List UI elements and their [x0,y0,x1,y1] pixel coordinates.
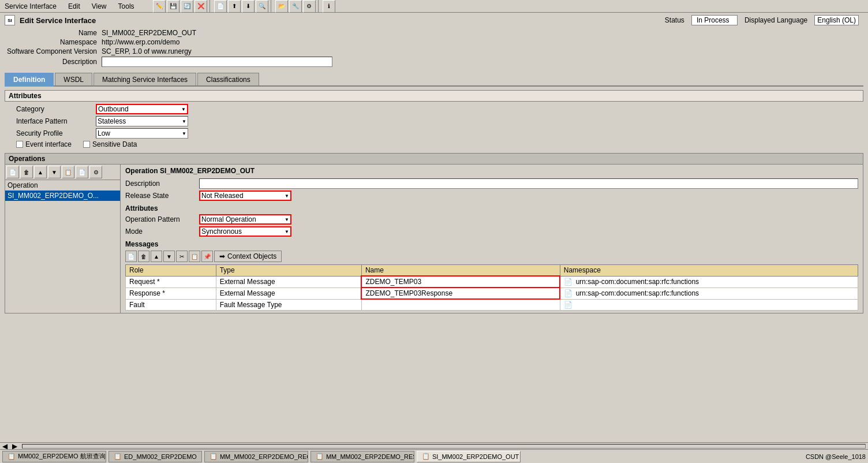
toolbar-btn-3[interactable]: 🔄 [181,0,193,13]
msg-ns-icon-1: 📄 [564,289,573,297]
op-tree-toolbar: 📄 🗑 ▲ ▼ 📋 📄 ⚙ [5,165,120,180]
menu-service-interface[interactable]: Service Interface [2,1,59,12]
op-tree-item-0[interactable]: SI_MM002_ERP2DEMO_O... [5,191,120,201]
op-new-btn[interactable]: 📄 [6,166,19,178]
msg-delete-btn[interactable]: 🗑 [138,251,149,262]
op-pattern-row: Operation Pattern Normal Operation ▼ [125,214,858,225]
msg-ns-icon-2: 📄 [564,301,573,309]
toolbar-btn-5[interactable]: 📄 [214,0,227,13]
msg-role-2: Fault [126,299,216,310]
tab-definition[interactable]: Definition [5,73,54,87]
toolbar-btn-2[interactable]: 💾 [167,0,179,13]
name-value: SI_MM002_ERP2DEMO_OUT [102,29,196,37]
context-btn-label: Context Objects [227,252,276,260]
msg-copy-btn[interactable]: 📋 [189,251,200,262]
category-select-arrow: ▼ [181,107,186,112]
sap-icon: SI [5,15,15,25]
menu-view[interactable]: View [89,1,109,12]
menu-tools[interactable]: Tools [116,1,137,12]
msg-ns-icon-0: 📄 [564,278,573,286]
menu-edit[interactable]: Edit [66,1,83,12]
form-header-row: SI Edit Service Interface Status In Proc… [0,13,868,28]
op-description-input[interactable] [199,178,858,189]
msg-type-1: External Message [216,287,361,299]
op-mode-select[interactable]: Synchronous ▼ [199,226,291,237]
msg-paste-btn[interactable]: 📌 [201,251,213,262]
category-select[interactable]: Outbound ▼ [96,104,188,114]
toolbar-btn-12[interactable]: ℹ [323,0,335,13]
header-right: Status In Process Displayed Language Eng… [665,15,859,25]
messages-title: Messages [125,240,158,248]
sensitive-data-checkbox[interactable] [83,141,90,148]
op-copy-btn[interactable]: 📋 [62,166,74,178]
op-pattern-select[interactable]: Normal Operation ▼ [199,214,291,225]
context-objects-btn[interactable]: ➡ Context Objects [214,251,282,262]
operations-section: Operations 📄 🗑 ▲ ▼ 📋 📄 ⚙ Operation SI_MM… [5,153,863,313]
toolbar: ✏️ 💾 🔄 ❌ 📄 ⬆ ⬇ 🔍 📂 🔧 ⚙ ℹ [153,0,335,13]
sensitive-data-item: Sensitive Data [83,140,137,148]
attributes-section: Attributes Category Outbound ▼ Interface… [5,90,863,148]
security-profile-select[interactable]: Low ▼ [96,128,188,139]
toolbar-btn-11[interactable]: ⚙ [303,0,316,13]
op-local-copy-btn[interactable]: 📄 [76,166,88,178]
tab-classifications[interactable]: Classifications [197,73,259,85]
op-release-state-select[interactable]: Not Released ▼ [199,191,291,201]
interface-pattern-select[interactable]: Stateless ▼ [96,116,188,126]
description-row: Description [5,57,863,67]
op-pattern-arrow: ▼ [285,217,289,222]
toolbar-btn-7[interactable]: ⬇ [242,0,255,13]
description-label: Description [5,58,97,66]
swc-value: SC_ERP, 1.0 of www.runergy [102,47,192,55]
msg-new-btn[interactable]: 📄 [125,251,137,262]
msg-role-0: Request * [126,276,216,287]
op-release-state-select-container: Not Released ▼ [199,191,291,201]
op-config-btn[interactable]: ⚙ [89,166,102,178]
event-interface-checkbox[interactable] [16,141,23,148]
toolbar-btn-10[interactable]: 🔧 [289,0,302,13]
category-label: Category [16,105,91,113]
op-description-row: Description [125,178,858,189]
toolbar-sep-1 [209,0,212,13]
op-up-btn[interactable]: ▲ [34,166,47,178]
msg-namespace-2: 📄 [560,299,858,310]
operation-tree-panel: 📄 🗑 ▲ ▼ 📋 📄 ⚙ Operation SI_MM002_ERP2DEM… [5,165,121,313]
security-profile-label: Security Profile [16,129,91,137]
msg-row-request[interactable]: Request * External Message ZDEMO_TEMP03 … [126,276,858,287]
msg-up-btn[interactable]: ▲ [151,251,162,262]
toolbar-btn-1[interactable]: ✏️ [153,0,166,13]
messages-header-row: Messages [125,240,858,248]
msg-type-0: External Message [216,276,361,287]
msg-row-response[interactable]: Response * External Message ZDEMO_TEMP03… [126,287,858,299]
operation-detail-panel: Operation SI_MM002_ERP2DEMO_OUT Descript… [121,165,863,313]
namespace-label: Namespace [5,38,97,46]
msg-down-btn[interactable]: ▼ [163,251,175,262]
form-fields: Name SI_MM002_ERP2DEMO_OUT Namespace htt… [0,28,868,69]
messages-toolbar: 📄 🗑 ▲ ▼ ✂ 📋 📌 ➡ Context Objects [125,251,858,262]
op-delete-btn[interactable]: 🗑 [20,166,33,178]
menu-bar: Service Interface Edit View Tools ✏️ 💾 🔄… [0,0,868,13]
description-input[interactable] [102,57,332,67]
toolbar-btn-6[interactable]: ⬆ [228,0,241,13]
operations-header: Operations [5,153,863,165]
op-down-btn[interactable]: ▼ [48,166,61,178]
messages-table: Role Type Name Namespace Request * Exter… [125,264,858,311]
msg-row-fault[interactable]: Fault Fault Message Type 📄 [126,299,858,310]
form-title: Edit Service Interface [20,16,96,25]
toolbar-btn-8[interactable]: 🔍 [256,0,268,13]
msg-name-0: ZDEMO_TEMP03 [361,276,560,287]
tab-content-definition: Attributes Category Outbound ▼ Interface… [0,87,868,317]
tab-wsdl[interactable]: WSDL [55,73,92,85]
toolbar-btn-9[interactable]: 📂 [275,0,288,13]
op-release-state-label: Release State [125,192,194,200]
swc-label: Software Component Version [5,47,97,55]
col-type: Type [216,265,361,277]
event-interface-label: Event interface [25,140,72,148]
toolbar-btn-4[interactable]: ❌ [194,0,207,13]
msg-namespace-1: 📄 urn:sap-com:document:sap:rfc:functions [560,287,858,299]
op-mode-arrow: ▼ [285,229,289,234]
col-role: Role [126,265,216,277]
context-arrow-icon: ➡ [219,252,225,260]
tab-matching[interactable]: Matching Service Interfaces [93,73,196,85]
msg-cut-btn[interactable]: ✂ [176,251,188,262]
op-release-state-row: Release State Not Released ▼ [125,191,858,201]
